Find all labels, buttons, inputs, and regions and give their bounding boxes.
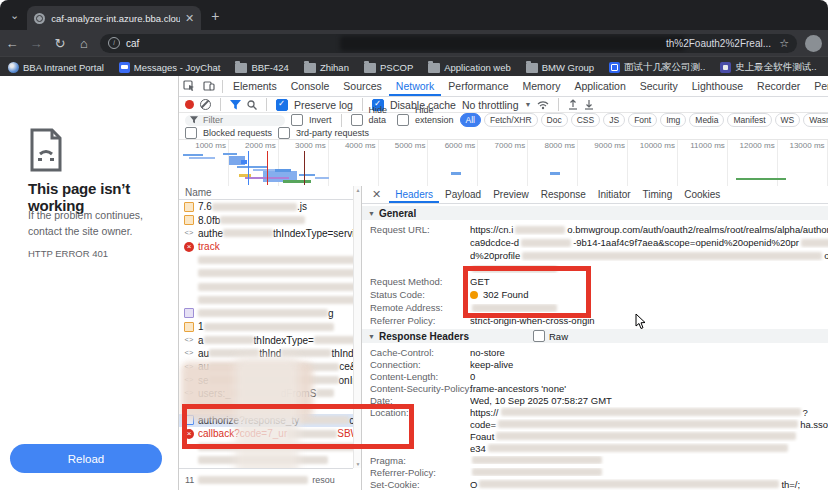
device-toolbar-icon[interactable] [199,80,219,92]
bookmark-item[interactable]: PSCOP [364,62,413,73]
request-row[interactable]: users:_dFromS [179,387,353,400]
general-section-header[interactable]: ▼ General [362,206,828,220]
tab-close-icon[interactable]: ✕ [185,12,194,25]
record-network-log-icon[interactable] [185,100,194,109]
details-tab[interactable]: Headers [389,186,439,203]
reload-button[interactable]: Reload [10,444,162,473]
request-type-pill[interactable]: JS [603,113,625,127]
bookmark-item[interactable]: Application web [428,62,511,73]
request-row[interactable]: auce&authInd... [179,360,353,373]
third-party-requests-checkbox[interactable] [278,127,290,139]
hide-data-urls-checkbox[interactable] [351,114,363,126]
request-row[interactable] [179,454,353,467]
request-type-pill[interactable]: WS [775,113,801,127]
request-row[interactable] [179,400,353,413]
details-tab[interactable]: Initiator [592,186,637,203]
request-row[interactable] [179,280,353,293]
search-icon[interactable] [247,100,257,110]
bookmark-item[interactable]: Messages - JoyChat [119,62,221,73]
filter-funnel-icon[interactable] [230,100,241,110]
page-info-icon[interactable]: i [108,37,120,49]
details-tab[interactable]: Response [535,186,592,203]
url-bar[interactable]: i caf th%2Foauth2%2Freal... ☆ [100,34,797,53]
throttling-select[interactable]: No throttling [462,99,519,111]
request-row[interactable]: authIndthInd... [179,347,353,360]
details-tab[interactable]: Cookies [678,186,726,203]
devtools-tab[interactable]: Performance insights [807,76,828,96]
request-row[interactable]: seonInfo [179,373,353,386]
raw-headers-checkbox[interactable] [533,330,545,342]
devtools-tab[interactable]: Lighthouse [685,76,750,96]
request-row[interactable]: 1 [179,320,353,333]
header-value: Wed, 10 Sep 2025 07:58:27 GMT [470,395,828,406]
devtools-tab[interactable]: Recorder [750,76,807,96]
devtools-tab[interactable]: Security [633,76,685,96]
devtools-tab[interactable]: Application [567,76,632,96]
bookmark-item[interactable]: BBA Intranet Portal [8,62,104,73]
devtools-tab[interactable]: Console [284,76,337,96]
bookmark-item[interactable]: BBF-424 [235,62,289,73]
request-type-pill[interactable]: Wasm [803,113,828,127]
bookmark-item[interactable]: 面试十几家公司测.. [609,61,705,74]
request-type-pill[interactable]: CSS [571,113,600,127]
reload-icon[interactable]: ↻ [48,36,72,51]
request-type-pill[interactable]: Fetch/XHR [484,113,538,127]
raw-label: Raw [549,331,568,342]
preserve-log-checkbox[interactable] [276,99,288,111]
request-row[interactable]: authethIndexType=service&authInd... [179,227,353,240]
bookmark-item[interactable]: 史上最全软件测试.. [720,61,816,74]
browser-tab[interactable]: caf-analyzer-int.azure.bba.clou ✕ [27,6,201,30]
filter-inputbox[interactable] [185,115,285,126]
network-overview-timeline[interactable]: 1000 ms2000 ms3000 ms4000 ms5000 ms6000 … [179,140,828,187]
request-type-pill[interactable]: All [460,113,481,127]
request-row[interactable] [179,253,353,266]
details-tab[interactable]: Preview [487,186,535,203]
request-row[interactable]: 8.0fb [179,213,353,226]
devtools-tab[interactable]: Elements [226,76,284,96]
import-har-icon[interactable] [568,99,578,110]
forward-icon[interactable]: → [24,36,48,51]
clear-network-log-icon[interactable] [200,99,211,110]
response-headers-section-header[interactable]: ▼ Response Headers Raw [362,329,828,343]
devtools-tab[interactable]: Memory [515,76,567,96]
request-type-pill[interactable]: Font [628,113,657,127]
request-row[interactable]: 7.6.js [179,200,353,213]
close-details-icon[interactable]: ✕ [366,188,387,201]
back-icon[interactable]: ← [0,36,24,51]
export-har-icon[interactable] [584,99,594,110]
request-row[interactable]: athIndexType=Ind... [179,333,353,346]
request-row[interactable]: authorize?response_tyclient_id=ca9... [179,414,353,427]
request-row[interactable] [179,267,353,280]
request-type-pill[interactable]: Img [660,113,686,127]
bookmark-item[interactable]: Zhihan [304,62,349,73]
new-tab-button[interactable]: + [211,8,219,24]
header-value: d%20profileoud.bm [470,250,828,261]
request-type-pill[interactable]: Manifest [727,113,771,127]
devtools-tab[interactable]: Performance [441,76,515,96]
profile-avatar[interactable] [805,35,822,52]
tab-search-chevron-icon[interactable]: ⌄ [10,9,19,22]
name-column-header[interactable]: Name [179,186,353,200]
funnel-icon [190,116,198,124]
hide-extension-urls-checkbox[interactable] [397,114,409,126]
request-row[interactable] [179,293,353,306]
request-row[interactable]: track [179,240,353,253]
request-row[interactable]: callback?code=7_urSBWDP7EeEk9J... [179,427,353,440]
bookmark-item[interactable]: BMW Group [526,62,594,73]
filter-input[interactable] [201,114,275,126]
home-icon[interactable]: ⌂ [72,36,96,51]
network-conditions-icon[interactable] [537,100,549,110]
bookmark-star-icon[interactable]: ☆ [779,37,789,50]
header-value: GET [470,276,828,287]
details-tab[interactable]: Payload [439,186,487,203]
request-row[interactable]: g [179,307,353,320]
invert-checkbox[interactable] [291,114,303,126]
request-type-pill[interactable]: Doc [541,113,568,127]
inspect-element-icon[interactable] [179,80,199,92]
devtools-tab[interactable]: Sources [336,76,389,96]
blocked-requests-checkbox[interactable] [185,127,197,139]
request-type-pill[interactable]: Media [689,113,724,127]
details-tab[interactable]: Timing [637,186,679,203]
request-row[interactable] [179,440,353,453]
devtools-tab[interactable]: Network [389,76,442,96]
